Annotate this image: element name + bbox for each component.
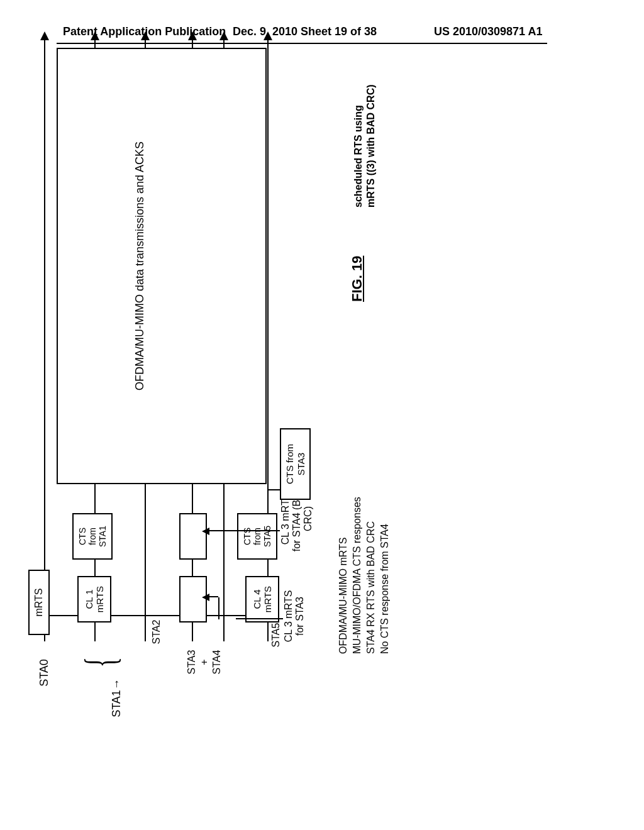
conn-a2 <box>218 530 280 531</box>
vline-mrts-cl1 <box>48 615 77 616</box>
figure-label: FIG. 19 <box>349 256 365 302</box>
header-right: US 2010/0309871 A1 <box>434 25 542 38</box>
arrow-sta3-tip <box>202 594 209 601</box>
box-big-data: OFDMA/MU-MIMO data transmissions and ACK… <box>57 48 267 484</box>
box-cts3: CTS from STA3 <box>280 428 311 500</box>
arrow-sta3-h <box>218 597 219 619</box>
brace-sta12: { <box>75 657 126 668</box>
box-sta3-small2 <box>179 513 207 560</box>
timing-diagram: STA0 STA1→ { STA2 STA3 + STA4 STA5 mRTS … <box>9 189 607 635</box>
arrow-sta4-tip <box>202 528 209 535</box>
box-mrts: mRTS <box>28 570 50 635</box>
box-cl1: CL 1 mRTS <box>77 576 111 622</box>
box-cl4: CL 4 mRTS <box>245 576 279 622</box>
row-label-sta0: STA0 <box>38 651 51 695</box>
row-label-sta34: STA3 + STA4 <box>186 640 223 684</box>
conn-cts3 <box>267 489 280 490</box>
vline-sta3-cl4 <box>206 615 245 616</box>
row-label-sta1: STA1→ <box>110 670 123 726</box>
header-divider <box>57 43 547 44</box>
box-cts1: CTS from STA1 <box>72 513 113 560</box>
big-box-text: OFDMA/MU-MIMO data transmissions and ACK… <box>133 141 147 390</box>
row-label-sta2: STA2 <box>151 613 162 651</box>
notes-block: OFDMA/MU-MIMO mRTS MU-MIMO/OFDMA CTS res… <box>336 428 392 654</box>
right-caption: scheduled RTS using mRTS ((3) with BAD C… <box>352 25 377 208</box>
vline-cl1-sta3 <box>110 615 179 616</box>
box-cts5: CTS from STA5 <box>237 513 277 560</box>
annot-cl3-sta3: CL 3 mRTS for STA3 <box>283 575 306 657</box>
row-line-sta0 <box>44 38 45 641</box>
conn-a1 <box>236 618 283 619</box>
